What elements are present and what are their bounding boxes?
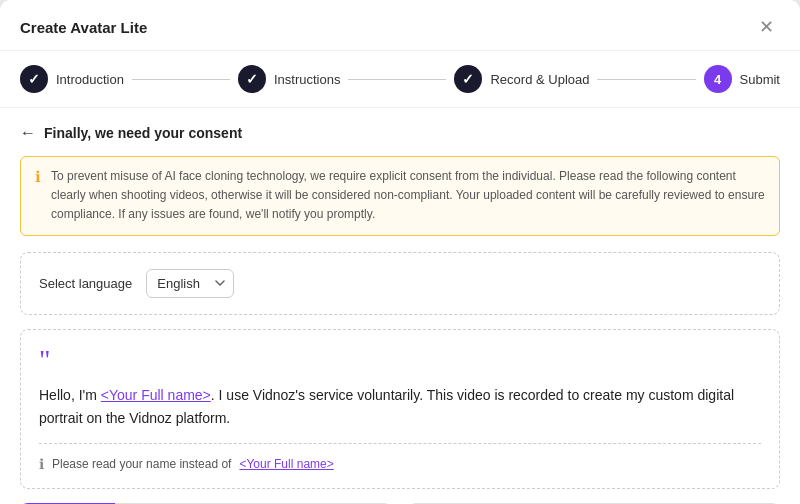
step-introduction-label: Introduction — [56, 72, 124, 87]
step-line-2 — [348, 79, 446, 80]
create-avatar-modal: Create Avatar Lite ✕ ✓ Introduction ✓ In… — [0, 0, 800, 504]
content-area: ← Finally, we need your consent ℹ To pre… — [0, 108, 800, 504]
step-record-upload-label: Record & Upload — [490, 72, 589, 87]
step-record-upload-circle: ✓ — [454, 65, 482, 93]
step-instructions-circle: ✓ — [238, 65, 266, 93]
step-introduction-circle: ✓ — [20, 65, 48, 93]
step-line-3 — [597, 79, 695, 80]
quote-text: Hello, I'm <Your Full name>. I use Vidno… — [39, 384, 761, 432]
hint-name-link[interactable]: <Your Full name> — [239, 457, 333, 471]
warning-box: ℹ To prevent misuse of AI face cloning t… — [20, 156, 780, 236]
modal-header: Create Avatar Lite ✕ — [0, 0, 800, 51]
language-label: Select language — [39, 276, 132, 291]
modal-title: Create Avatar Lite — [20, 19, 147, 36]
warning-icon: ℹ — [35, 168, 41, 225]
step-line-1 — [132, 79, 230, 80]
language-row: Select language English Spanish French G… — [39, 269, 761, 298]
back-label: Finally, we need your consent — [44, 125, 242, 141]
hint-row: ℹ Please read your name instead of <Your… — [39, 443, 761, 472]
quote-name-link[interactable]: <Your Full name> — [101, 387, 211, 403]
step-instructions-label: Instructions — [274, 72, 340, 87]
step-instructions: ✓ Instructions — [238, 65, 340, 93]
close-button[interactable]: ✕ — [753, 16, 780, 38]
language-select[interactable]: English Spanish French German Chinese — [146, 269, 234, 298]
hint-text-before: Please read your name instead of — [52, 457, 231, 471]
back-arrow-icon: ← — [20, 124, 36, 142]
language-section: Select language English Spanish French G… — [20, 252, 780, 315]
step-record-upload: ✓ Record & Upload — [454, 65, 589, 93]
quote-text-before: Hello, I'm — [39, 387, 101, 403]
hint-icon: ℹ — [39, 456, 44, 472]
step-submit-circle: 4 — [704, 65, 732, 93]
quote-icon: " — [39, 346, 761, 374]
quote-section: " Hello, I'm <Your Full name>. I use Vid… — [20, 329, 780, 490]
step-submit: 4 Submit — [704, 65, 780, 93]
stepper: ✓ Introduction ✓ Instructions ✓ Record &… — [0, 51, 800, 108]
back-row: ← Finally, we need your consent — [20, 124, 780, 142]
warning-text: To prevent misuse of AI face cloning tec… — [51, 167, 765, 225]
step-submit-label: Submit — [740, 72, 780, 87]
step-introduction: ✓ Introduction — [20, 65, 124, 93]
